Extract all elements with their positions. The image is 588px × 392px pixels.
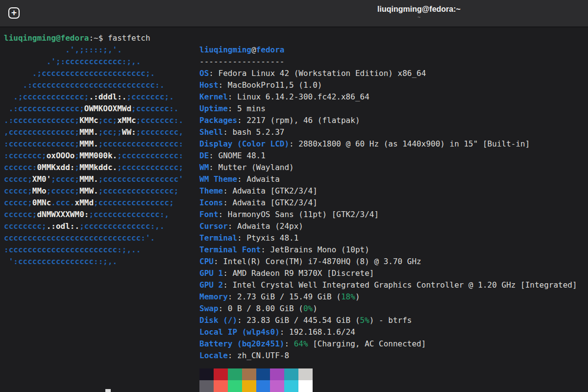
ascii-line: ccccc;XM0';cccc;MMM.;cccccccccccccccc' xyxy=(4,173,183,185)
fetch-entry-label: Font xyxy=(199,210,219,219)
shell-prompt-line: liuqingming@fedora:~$ fastfetch xyxy=(4,32,150,44)
fetch-entry-label: Display (Color LCD) xyxy=(199,139,289,148)
fetch-entry-label: WM Theme xyxy=(199,174,237,184)
fetch-entry-label: Disk (/) xyxy=(199,316,237,325)
fetch-entry-label: Locale xyxy=(199,351,228,360)
fetch-entry: Local IP (wlp4s0): 192.168.1.6/24 xyxy=(199,326,577,338)
fetch-entry-label: Terminal Font xyxy=(199,245,261,254)
ascii-line: .:ccccccccccccc;KMMc;cc;xMMc;ccccccc:. xyxy=(4,115,183,126)
fetch-entry-label: Theme xyxy=(199,186,223,196)
palette-swatch xyxy=(298,368,313,380)
palette-swatch xyxy=(228,380,242,392)
ascii-line: .';:cccccccccccc:;,. xyxy=(4,56,183,68)
fetch-entry: Terminal: Ptyxis 48.1 xyxy=(199,232,577,244)
header-title-block: liuqingming@fedora:~ ~ xyxy=(377,4,461,21)
fetch-entry-label: Swap xyxy=(199,304,219,313)
palette-swatch xyxy=(214,368,228,380)
window-subtitle: ~ xyxy=(377,14,461,21)
fetch-entry: WM: Mutter (Wayland) xyxy=(199,162,577,173)
ascii-line: .:ccccccccccccc;OWMKOOXMWd;ccccccc:. xyxy=(4,103,183,115)
ascii-line: .;cccccccccccccccccccccc;. xyxy=(4,68,183,79)
fetch-entry-label: Icons xyxy=(199,198,223,207)
palette-swatch xyxy=(228,368,242,380)
new-tab-button[interactable]: + xyxy=(8,7,20,19)
fetch-entry: Terminal Font: JetBrains Mono (10pt) xyxy=(199,244,577,256)
fetch-entry-label: Terminal xyxy=(199,233,237,243)
fetch-entry: OS: Fedora Linux 42 (Workstation Edition… xyxy=(199,68,577,79)
ascii-line: cccccc:0MMKxdd:;MMMkddc.;cccccccccccc; xyxy=(4,162,183,173)
palette-swatch xyxy=(199,368,214,380)
terminal-screen[interactable]: liuqingming@fedora:~$ fastfetch .',;::::… xyxy=(0,28,588,392)
fetch-entry-label: Kernel xyxy=(199,92,228,101)
fetch-entry-label: Packages xyxy=(199,116,237,125)
palette-swatch xyxy=(199,380,214,392)
fetch-entry: Swap: 0 B / 8.00 GiB (0%) xyxy=(199,303,577,315)
terminal-color-palette xyxy=(199,368,313,392)
fetch-entry-label: Cursor xyxy=(199,221,228,231)
fetch-entry: Packages: 2217 (rpm), 46 (flatpak) xyxy=(199,115,577,126)
fetch-user-host: liuqingming@fedora xyxy=(199,44,577,56)
fetch-entry: Cursor: Adwaita (24px) xyxy=(199,220,577,232)
palette-swatch xyxy=(298,380,313,392)
window-title: liuqingming@fedora:~ xyxy=(377,4,461,14)
fetch-separator: ------------------ xyxy=(199,56,577,68)
fetch-entry: Memory: 2.73 GiB / 15.49 GiB (18%) xyxy=(199,291,577,303)
ascii-line: .:cccccccccccccccccccccccccc:. xyxy=(4,79,183,91)
fetch-entry-label: GPU 1 xyxy=(199,269,223,278)
plus-icon: + xyxy=(11,8,17,17)
terminal-cursor xyxy=(105,389,111,392)
fetch-entry-label: Battery (bq20z451) xyxy=(199,339,284,348)
fetch-entry: Battery (bq20z451): 64% [Charging, AC Co… xyxy=(199,338,577,350)
palette-row-bright xyxy=(199,380,313,392)
ascii-line: :ccccccc;oxOOOo;MMM000k.;cccccccccccc: xyxy=(4,150,183,162)
palette-swatch xyxy=(284,368,298,380)
fetch-entry-label: Memory xyxy=(199,292,228,301)
fetch-entry-label: Shell xyxy=(199,127,223,137)
palette-swatch xyxy=(256,368,270,380)
fetch-entry: Icons: Adwaita [GTK2/3/4] xyxy=(199,197,577,209)
fetch-entry-label: Local IP (wlp4s0) xyxy=(199,327,280,337)
fetch-entry: Shell: bash 5.2.37 xyxy=(199,126,577,138)
ascii-line: .',;::::;,'. xyxy=(4,44,183,56)
fetch-entry: Host: MacBookPro11,5 (1.0) xyxy=(199,79,577,91)
fetch-entry: Kernel: Linux 6.14.2-300.fc42.x86_64 xyxy=(199,91,577,103)
ascii-line: .;ccccccccccccc;.:dddl:.;ccccccc;. xyxy=(4,91,183,103)
fetch-entry: Locale: zh_CN.UTF-8 xyxy=(199,350,577,362)
fetch-entry: Uptime: 5 mins xyxy=(199,103,577,115)
fetch-entry: GPU 2: Intel Crystal Well Integrated Gra… xyxy=(199,279,577,291)
ascii-line: ccccc;0MNc.ccc.xMMd;ccccccccccccccc; xyxy=(4,197,183,209)
fetch-entry: Font: HarmonyOS Sans (11pt) [GTK2/3/4] xyxy=(199,209,577,220)
fetch-entry: Theme: Adwaita [GTK2/3/4] xyxy=(199,185,577,197)
ascii-line: :cccccccccccccc;MMM.;cccccccccccccccc: xyxy=(4,138,183,150)
fetch-entry: GPU 1: AMD Radeon R9 M370X [Discrete] xyxy=(199,268,577,279)
ascii-line: ccccc;MMo;ccccc;MMW.;ccccccccccccccc; xyxy=(4,185,183,197)
fedora-ascii-logo: .',;::::;,'. .';:cccccccccccc:;,. .;cccc… xyxy=(4,44,183,268)
palette-row-normal xyxy=(199,368,313,380)
fetch-entry-label: Host xyxy=(199,80,219,90)
terminal-header-bar: + liuqingming@fedora:~ ~ xyxy=(0,0,588,27)
palette-swatch xyxy=(270,380,284,392)
fetch-entry: Disk (/): 23.83 GiB / 445.54 GiB (5%) - … xyxy=(199,315,577,326)
terminal-window: + liuqingming@fedora:~ ~ liuqingming@fed… xyxy=(0,0,588,392)
fetch-entry-label: Uptime xyxy=(199,104,228,113)
ascii-line: cccccc;dNMWXXXWM0:;cccccccccccccc:, xyxy=(4,209,183,220)
fetch-entry-label: OS xyxy=(199,69,209,78)
fetch-entry-label: CPU xyxy=(199,257,214,266)
ascii-line: ,cccccccccccccc;MMM.;cc;;WW:;cccccccc, xyxy=(4,126,183,138)
palette-swatch xyxy=(214,380,228,392)
fetch-entry-label: WM xyxy=(199,163,209,172)
palette-swatch xyxy=(242,380,256,392)
fetch-entry: CPU: Intel(R) Core(TM) i7-4870HQ (8) @ 3… xyxy=(199,256,577,268)
ascii-line: ccccccccccccccccccccccccccccc:'. xyxy=(4,232,183,244)
fetch-entry-label: DE xyxy=(199,151,209,160)
ascii-line: cccccccc;.:odl:.;cccccccccccccc:,. xyxy=(4,220,183,232)
palette-swatch xyxy=(284,380,298,392)
fetch-entry-label: GPU 2 xyxy=(199,280,223,290)
palette-swatch xyxy=(256,380,270,392)
fetch-entry: Display (Color LCD): 2880x1800 @ 60 Hz (… xyxy=(199,138,577,150)
fetch-entry: DE: GNOME 48.1 xyxy=(199,150,577,162)
fetch-entry: WM Theme: Adwaita xyxy=(199,173,577,185)
palette-swatch xyxy=(270,368,284,380)
ascii-line: :ccccccccccccccccccccccc:;,.. xyxy=(4,244,183,256)
palette-swatch xyxy=(242,368,256,380)
